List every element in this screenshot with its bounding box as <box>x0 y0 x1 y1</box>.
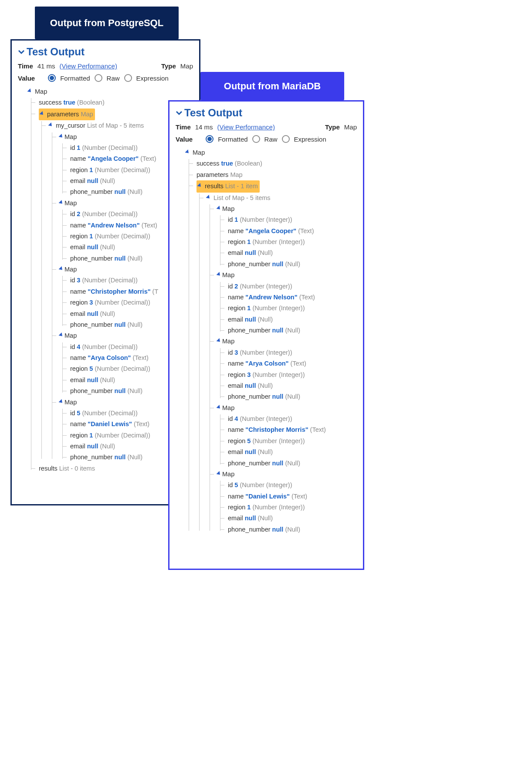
field-id[interactable]: id 4 (Number (Integer)) <box>226 414 357 424</box>
mb-tab-label: Output from MariaDB <box>224 81 321 92</box>
map-label: Map <box>64 133 77 140</box>
field-region[interactable]: region 1 (Number (Integer)) <box>226 502 357 513</box>
mb-panel: Test Output Time 14 ms (View Performance… <box>168 100 364 570</box>
tree-node-map[interactable]: Mapid 2 (Number (Integer))name "Andrew N… <box>216 270 357 336</box>
time-label: Time <box>176 123 191 131</box>
success-type: (Boolean) <box>235 160 262 167</box>
chevron-down-icon <box>18 48 25 55</box>
success-key: success <box>39 99 61 106</box>
radio-raw-label[interactable]: Raw <box>264 136 278 143</box>
pg-tab-header: Output from PostgreSQL <box>35 7 179 39</box>
map-label: Map <box>64 266 77 273</box>
radio-formatted[interactable] <box>48 74 56 82</box>
field-id[interactable]: id 1 (Number (Integer)) <box>226 214 357 225</box>
field-email[interactable]: email null (Null) <box>226 513 357 524</box>
mb-value-row: Value Formatted Raw Expression <box>176 135 357 143</box>
tree-node-map[interactable]: Mapid 4 (Number (Integer))name "Christop… <box>216 403 357 469</box>
tree-toggle-icon[interactable] <box>206 194 211 200</box>
chevron-down-icon <box>176 109 183 116</box>
time-label: Time <box>18 62 33 70</box>
tree-toggle-icon[interactable] <box>48 122 53 128</box>
tree-toggle-icon[interactable] <box>58 200 64 205</box>
tree-toggle-icon[interactable] <box>58 133 64 139</box>
radio-raw-label[interactable]: Raw <box>107 75 120 82</box>
view-performance-link[interactable]: (View Performance) <box>217 123 275 131</box>
field-email[interactable]: email null (Null) <box>226 380 357 391</box>
tree-node-map[interactable]: Mapid 1 (Number (Integer))name "Angela C… <box>216 203 357 270</box>
radio-formatted[interactable] <box>206 135 213 143</box>
tree-toggle-icon[interactable] <box>58 332 64 338</box>
field-id[interactable]: id 3 (Number (Integer)) <box>226 347 357 358</box>
field-name[interactable]: name "Andrew Nelson" (Text) <box>226 292 357 303</box>
tree-node-results[interactable]: results List - 1 item List of Map - 5 it… <box>195 180 357 535</box>
field-email[interactable]: email null (Null) <box>226 314 357 325</box>
field-email[interactable]: email null (Null) <box>226 247 357 258</box>
field-region[interactable]: region 3 (Number (Integer)) <box>226 369 357 380</box>
results-key: results <box>205 183 224 190</box>
map-label: Map <box>222 271 234 278</box>
radio-expression[interactable] <box>282 135 290 143</box>
field-phone[interactable]: phone_number null (Null) <box>226 524 357 535</box>
radio-formatted-label[interactable]: Formatted <box>218 136 247 143</box>
parameters-type: Map <box>81 111 93 118</box>
field-id[interactable]: id 2 (Number (Integer)) <box>226 281 357 292</box>
field-name[interactable]: name "Christopher Morris" (Text) <box>226 424 357 435</box>
tree-toggle-icon[interactable] <box>216 206 221 211</box>
view-performance-link[interactable]: (View Performance) <box>60 62 117 70</box>
tree-node-map[interactable]: Mapid 3 (Number (Integer))name "Arya Col… <box>216 336 357 402</box>
tree-node-parameters[interactable]: parameters Map <box>195 169 357 180</box>
success-key: success <box>197 160 219 167</box>
field-phone[interactable]: phone_number null (Null) <box>226 458 357 469</box>
tree-toggle-icon[interactable] <box>216 272 221 277</box>
pg-time-row: Time 41 ms (View Performance) Type Map <box>18 62 193 70</box>
pg-tab-label: Output from PostgreSQL <box>50 17 163 29</box>
tree-root[interactable]: Map success true (Boolean) parameters Ma… <box>184 147 357 535</box>
tree-toggle-icon[interactable] <box>27 88 32 94</box>
results-type: List - 1 item <box>225 183 258 190</box>
field-region[interactable]: region 1 (Number (Integer)) <box>226 303 357 314</box>
field-phone[interactable]: phone_number null (Null) <box>226 391 357 402</box>
field-id[interactable]: id 5 (Number (Integer)) <box>226 480 357 491</box>
root-map-label: Map <box>35 88 47 95</box>
time-value: 14 ms <box>195 123 213 131</box>
radio-expression[interactable] <box>124 74 132 82</box>
field-name[interactable]: name "Arya Colson" (Text) <box>226 358 357 369</box>
type-value: Map <box>180 62 193 70</box>
field-name[interactable]: name "Angela Cooper" (Text) <box>226 226 357 237</box>
tree-node-map[interactable]: Mapid 5 (Number (Integer))name "Daniel L… <box>216 469 357 535</box>
tree-toggle-icon[interactable] <box>39 111 44 116</box>
field-phone[interactable]: phone_number null (Null) <box>226 325 357 336</box>
results-highlight: results List - 1 item <box>197 180 260 192</box>
field-name[interactable]: name "Daniel Lewis" (Text) <box>226 491 357 502</box>
pg-test-output-header[interactable]: Test Output <box>18 46 193 58</box>
field-phone[interactable]: phone_number null (Null) <box>226 259 357 270</box>
map-label: Map <box>222 205 234 212</box>
mb-tree: Map success true (Boolean) parameters Ma… <box>176 147 357 535</box>
parameters-type: Map <box>230 171 242 178</box>
tree-toggle-icon[interactable] <box>58 266 64 271</box>
tree-toggle-icon[interactable] <box>197 183 202 188</box>
tree-toggle-icon[interactable] <box>216 338 221 343</box>
mb-test-output-header[interactable]: Test Output <box>176 107 357 119</box>
type-label: Type <box>325 123 340 131</box>
tree-node-listofmap[interactable]: List of Map - 5 items Mapid 1 (Number (I… <box>205 193 357 536</box>
tree-node-success[interactable]: success true (Boolean) <box>195 158 357 169</box>
tree-toggle-icon[interactable] <box>216 405 221 410</box>
results-key: results <box>39 465 58 472</box>
success-val: true <box>63 99 75 106</box>
map-label: Map <box>64 332 77 339</box>
field-region[interactable]: region 1 (Number (Integer)) <box>226 237 357 247</box>
tree-toggle-icon[interactable] <box>216 471 221 476</box>
map-label: Map <box>222 471 234 478</box>
field-region[interactable]: region 5 (Number (Integer)) <box>226 436 357 447</box>
tree-toggle-icon[interactable] <box>58 399 64 404</box>
tree-toggle-icon[interactable] <box>185 149 190 155</box>
field-email[interactable]: email null (Null) <box>226 447 357 458</box>
radio-raw[interactable] <box>95 74 102 82</box>
radio-expression-label[interactable]: Expression <box>136 75 169 82</box>
radio-raw[interactable] <box>252 135 260 143</box>
radio-expression-label[interactable]: Expression <box>294 136 326 143</box>
radio-formatted-label[interactable]: Formatted <box>60 75 90 82</box>
pg-header-text: Test Output <box>27 46 85 58</box>
root-map-label: Map <box>193 149 205 156</box>
